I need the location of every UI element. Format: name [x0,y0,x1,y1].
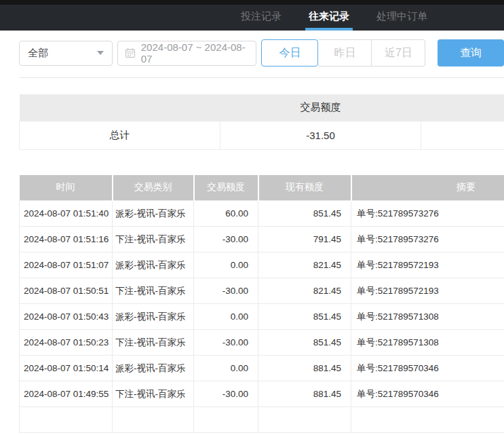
cell-amount: 0.00 [194,252,258,278]
cell-time: 2024-08-07 01:50:51 [20,278,113,304]
table-row: 2024-08-07 01:50:23 下注-视讯-百家乐 -30.00 851… [20,330,504,356]
type-select-value: 全部 [28,47,48,60]
tab-transaction-records[interactable]: 往来记录 [305,5,353,31]
table-row: 2024-08-07 01:49:55 下注-视讯-百家乐 -30.00 881… [20,381,504,407]
cell-memo: 单号:521789573276 [351,201,504,227]
cell-time: 2024-08-07 01:51:40 [20,201,113,227]
column-header-balance: 现有额度 [258,175,351,201]
cell-type: 下注-视讯-百家乐 [113,278,194,304]
calendar-icon [125,48,136,58]
cell-amount: -30.00 [194,330,258,356]
cell-balance: 821.45 [258,278,351,304]
table-row: 2024-08-07 01:50:43 派彩-视讯-百家乐 0.00 851.4… [20,304,504,330]
quick-date-button-group: 今日 昨日 近7日 [261,39,425,67]
cell-memo: 单号:521789571308 [351,304,504,330]
summary-header-amount: 交易额度 [220,94,421,121]
transactions-table: 时间 交易类别 交易额度 现有额度 摘要 2024-08-07 01:51:40… [19,175,504,434]
yesterday-button[interactable]: 昨日 [318,39,372,67]
cell-time: 2024-08-07 01:51:07 [20,252,113,278]
cell-time: 2024-08-07 01:50:43 [20,304,113,330]
cell-time: 2024-08-07 01:49:55 [20,381,113,407]
transactions-header-row: 时间 交易类别 交易额度 现有额度 摘要 [20,175,504,201]
cell-memo: 单号:521789573276 [351,227,504,252]
navbar: 投注记录 往来记录 处理中订单 [0,5,504,31]
table-row-clipped [20,407,504,433]
column-header-time: 时间 [20,175,113,201]
today-button[interactable]: 今日 [261,39,318,67]
table-row: 2024-08-07 01:51:07 派彩-视讯-百家乐 0.00 821.4… [20,252,504,278]
cell-amount: 0.00 [194,356,258,381]
cell-balance: 881.45 [258,381,351,407]
summary-header-row: 交易额度 [20,94,504,121]
date-range-value: 2024-08-07 ~ 2024-08-07 [141,41,250,64]
cell-memo: 单号:521789570346 [351,356,504,381]
column-header-type: 交易类别 [113,175,194,201]
top-strip [0,0,504,5]
cell-amount: -30.00 [194,227,258,252]
cell-balance: 821.45 [258,252,351,278]
cell-type: 派彩-视讯-百家乐 [113,356,194,381]
chevron-down-icon [97,51,104,55]
divider [19,77,504,78]
summary-header-empty [20,94,220,121]
cell-amount: 0.00 [194,304,258,330]
summary-total-empty [421,121,504,149]
last7days-button[interactable]: 近7日 [372,39,425,67]
cell-time: 2024-08-07 01:50:14 [20,356,113,381]
summary-total-amount: -31.50 [220,121,421,149]
cell-memo: 单号:521789572193 [351,278,504,304]
cell-memo: 单号:521789571308 [351,330,504,356]
tab-betting-records[interactable]: 投注记录 [237,5,285,31]
filter-row: 全部 2024-08-07 ~ 2024-08-07 今日 昨日 近7日 查询 [19,39,504,67]
transactions-body: 2024-08-07 01:51:40 派彩-视讯-百家乐 60.00 851.… [20,201,504,433]
summary-table: 交易额度 总计 -31.50 [19,94,504,150]
cell-amount: 60.00 [194,201,258,227]
column-header-amount: 交易额度 [194,175,258,201]
table-row: 2024-08-07 01:51:16 下注-视讯-百家乐 -30.00 791… [20,227,504,252]
cell-balance: 851.45 [258,201,351,227]
column-header-memo: 摘要 [351,175,504,201]
cell-type: 派彩-视讯-百家乐 [113,252,194,278]
cell-memo: 单号:521789572193 [351,252,504,278]
summary-header-clipped [421,94,504,121]
cell-balance: 851.45 [258,330,351,356]
cell-type: 派彩-视讯-百家乐 [113,304,194,330]
cell-balance: 791.45 [258,227,351,252]
date-range-input[interactable]: 2024-08-07 ~ 2024-08-07 [117,41,257,66]
table-row: 2024-08-07 01:50:51 下注-视讯-百家乐 -30.00 821… [20,278,504,304]
table-row: 2024-08-07 01:51:40 派彩-视讯-百家乐 60.00 851.… [20,201,504,227]
tab-processing-orders[interactable]: 处理中订单 [373,5,431,31]
cell-type: 派彩-视讯-百家乐 [113,201,194,227]
query-button[interactable]: 查询 [438,39,504,67]
cell-type: 下注-视讯-百家乐 [113,330,194,356]
cell-memo: 单号:521789570346 [351,381,504,407]
cell-amount: -30.00 [194,278,258,304]
type-select[interactable]: 全部 [19,41,113,66]
summary-total-row: 总计 -31.50 [20,121,504,149]
cell-amount: -30.00 [194,381,258,407]
cell-time: 2024-08-07 01:50:23 [20,330,113,356]
cell-type: 下注-视讯-百家乐 [113,381,194,407]
cell-time: 2024-08-07 01:51:16 [20,227,113,252]
cell-balance: 881.45 [258,356,351,381]
summary-total-label: 总计 [20,121,220,149]
table-row: 2024-08-07 01:50:14 派彩-视讯-百家乐 0.00 881.4… [20,356,504,381]
cell-type: 下注-视讯-百家乐 [113,227,194,252]
cell-balance: 851.45 [258,304,351,330]
